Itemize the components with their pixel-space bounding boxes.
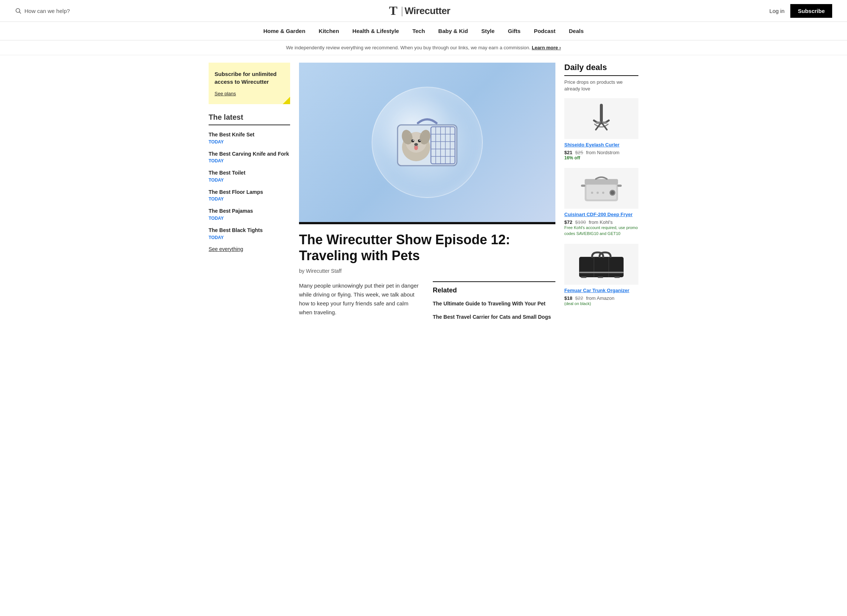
deal-current-price-2: $72 (564, 219, 573, 225)
deal-source-2: from Kohl's (589, 219, 613, 225)
svg-line-1 (19, 12, 21, 13)
svg-rect-42 (614, 276, 620, 278)
header-actions: Log in Subscribe (770, 4, 832, 18)
nav-kitchen[interactable]: Kitchen (319, 28, 339, 34)
latest-link-2[interactable]: The Best Carving Knife and Fork (209, 151, 290, 158)
eyelash-curler-icon (587, 100, 616, 137)
svg-rect-41 (598, 276, 603, 278)
search-label[interactable]: How can we help? (24, 8, 70, 14)
logo-wirecutter: Wirecutter (404, 5, 450, 17)
logo-pipe: | (401, 5, 403, 17)
svg-rect-28 (585, 179, 618, 185)
deal-item-3: Femuar Car Trunk Organizer $18 $22 from … (564, 244, 638, 307)
login-button[interactable]: Log in (770, 8, 785, 14)
search-icon (15, 7, 22, 14)
latest-timestamp-4: TODAY (209, 196, 290, 202)
carrier-svg (390, 112, 464, 171)
deal-promo-2: Free Kohl's account required, use promo … (564, 225, 638, 236)
deal-image-2 (564, 168, 638, 209)
svg-point-19 (419, 140, 421, 141)
deal-image-1 (564, 98, 638, 139)
subscribe-box-title: Subscribe for unlimited access to Wirecu… (214, 70, 284, 86)
right-sidebar: Daily deals Price drops on products we a… (564, 63, 638, 334)
list-item: The Best Toilet TODAY (209, 169, 290, 183)
subscribe-box: Subscribe for unlimited access to Wirecu… (209, 63, 290, 104)
deep-fryer-icon (581, 173, 622, 203)
related-link-2[interactable]: The Best Travel Carrier for Cats and Sma… (433, 313, 555, 321)
main-nav: Home & Garden Kitchen Health & Lifestyle… (0, 22, 847, 40)
nav-gifts[interactable]: Gifts (508, 28, 521, 34)
svg-rect-36 (579, 257, 624, 277)
nav-health-lifestyle[interactable]: Health & Lifestyle (353, 28, 399, 34)
see-everything-link[interactable]: See everything (209, 246, 290, 252)
disclaimer-link[interactable]: Learn more › (532, 45, 561, 50)
related-link-1[interactable]: The Ultimate Guide to Traveling With You… (433, 300, 555, 308)
deal-source-1: from Nordstrom (586, 150, 620, 155)
see-plans-link[interactable]: See plans (214, 91, 236, 96)
list-item: The Best Floor Lamps TODAY (209, 189, 290, 202)
latest-link-6[interactable]: The Best Black Tights (209, 227, 290, 234)
hero-image (299, 63, 555, 222)
deal-original-price-2: $100 (575, 219, 586, 225)
main-content: Subscribe for unlimited access to Wirecu… (201, 55, 646, 342)
deals-subtitle: Price drops on products we already love (564, 79, 638, 92)
trunk-organizer-icon (577, 250, 626, 279)
svg-rect-29 (581, 185, 586, 187)
subscribe-button[interactable]: Subscribe (790, 4, 832, 18)
carrier-illustration (390, 112, 464, 173)
article-title: The Wirecutter Show Episode 12: Travelin… (299, 232, 555, 263)
nav-tech[interactable]: Tech (412, 28, 425, 34)
latest-timestamp-5: TODAY (209, 216, 290, 221)
svg-point-16 (411, 139, 414, 142)
logo-nyt: T (389, 4, 397, 18)
deal-current-price-1: $21 (564, 150, 573, 155)
svg-point-32 (611, 191, 614, 195)
deal-title-1[interactable]: Shiseido Eyelash Curler (564, 142, 638, 148)
deal-title-3[interactable]: Femuar Car Trunk Organizer (564, 288, 638, 294)
latest-link-4[interactable]: The Best Floor Lamps (209, 189, 290, 196)
deals-heading: Daily deals (564, 63, 638, 76)
nav-style[interactable]: Style (481, 28, 494, 34)
svg-rect-39 (579, 272, 624, 273)
center-main: The Wirecutter Show Episode 12: Travelin… (299, 63, 555, 334)
disclaimer-text: We independently review everything we re… (286, 45, 530, 50)
deal-original-price-1: $25 (575, 150, 583, 155)
search-area[interactable]: How can we help? (15, 7, 70, 14)
deal-original-price-3: $22 (575, 295, 583, 301)
article-byline: by Wirecutter Staff (299, 268, 555, 274)
disclaimer-bar: We independently review everything we re… (0, 40, 847, 55)
latest-timestamp-1: TODAY (209, 139, 290, 145)
list-item: The Best Knife Set TODAY (209, 131, 290, 145)
list-item: The Best Pajamas TODAY (209, 208, 290, 221)
article-body-paragraph: Many people unknowingly put their pet in… (299, 281, 422, 317)
latest-link-1[interactable]: The Best Knife Set (209, 131, 290, 139)
svg-rect-30 (617, 185, 622, 187)
list-item: The Best Black Tights TODAY (209, 227, 290, 240)
svg-point-20 (414, 143, 418, 146)
deal-promo-3: (deal on black) (564, 301, 638, 307)
nav-deals[interactable]: Deals (569, 28, 584, 34)
svg-point-34 (596, 192, 599, 194)
latest-heading: The latest (209, 113, 290, 125)
latest-link-3[interactable]: The Best Toilet (209, 169, 290, 177)
svg-point-0 (16, 9, 20, 13)
latest-timestamp-3: TODAY (209, 177, 290, 183)
deals-section: Daily deals Price drops on products we a… (564, 63, 638, 307)
svg-rect-40 (581, 276, 587, 278)
latest-link-5[interactable]: The Best Pajamas (209, 208, 290, 215)
deal-title-2[interactable]: Cuisinart CDF-200 Deep Fryer (564, 212, 638, 218)
deal-current-price-3: $18 (564, 295, 573, 301)
deal-item-2: Cuisinart CDF-200 Deep Fryer $72 $100 fr… (564, 168, 638, 236)
logo[interactable]: T | Wirecutter (389, 4, 450, 18)
nav-home-garden[interactable]: Home & Garden (263, 28, 305, 34)
nav-baby-kid[interactable]: Baby & Kid (438, 28, 468, 34)
svg-point-18 (413, 140, 414, 141)
article-related: Related The Ultimate Guide to Traveling … (433, 281, 555, 326)
latest-section: The latest The Best Knife Set TODAY The … (209, 113, 290, 252)
svg-point-35 (602, 192, 604, 194)
latest-timestamp-2: TODAY (209, 158, 290, 164)
deal-price-3: $18 $22 from Amazon (564, 295, 638, 301)
deal-source-3: from Amazon (586, 295, 615, 301)
svg-point-33 (591, 192, 593, 194)
nav-podcast[interactable]: Podcast (534, 28, 555, 34)
